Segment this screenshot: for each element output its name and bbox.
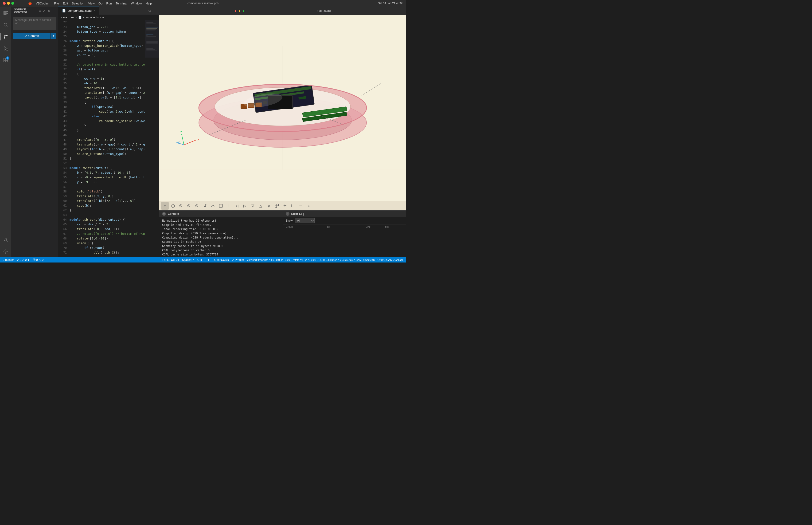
status-encoding[interactable]: UTF-8	[197, 258, 205, 261]
menu-terminal[interactable]: Terminal	[116, 2, 127, 5]
status-position[interactable]: Ln 43, Col 31	[162, 258, 179, 261]
activity-extensions[interactable]: 1	[0, 55, 11, 66]
menu-view[interactable]: View	[88, 2, 95, 5]
activity-source-control[interactable]	[0, 31, 11, 42]
status-branch[interactable]: ⑂ master	[3, 258, 14, 261]
svg-point-12	[5, 238, 6, 240]
viewer-min-btn[interactable]: ●	[239, 9, 240, 13]
error-log-toolbar: Show All Errors Warnings	[283, 217, 406, 224]
menu-apple[interactable]: 🍎	[28, 2, 32, 5]
console-line: Compiling design (CSG Tree generation)..…	[162, 231, 280, 236]
status-language[interactable]: OpenSCAD	[214, 258, 229, 261]
tool-ortho-btn[interactable]	[273, 202, 280, 210]
tool-bottom-btn[interactable]: ⊥	[225, 202, 233, 210]
console-title: Console	[168, 212, 179, 215]
status-prettier[interactable]: ✓ Prettier	[232, 258, 244, 261]
code-line	[70, 58, 144, 62]
code-line: w = square_button_width(button_type);	[70, 44, 144, 48]
tool-cross-section-btn[interactable]: ✛	[281, 202, 289, 210]
minimize-button[interactable]	[7, 2, 10, 5]
code-line: }	[70, 156, 144, 161]
breadcrumb-src[interactable]: src	[71, 16, 75, 19]
menu-selection[interactable]: Selection	[72, 2, 85, 5]
code-line: translate([x, y, 0])	[70, 194, 144, 198]
menu-run[interactable]: Run	[106, 2, 112, 5]
viewer-window-controls: ● ● ●	[234, 9, 244, 13]
source-control-list-view-btn[interactable]: ≡	[39, 9, 41, 13]
breadcrumb-filename[interactable]: components.scad	[83, 16, 105, 19]
maximize-button[interactable]	[11, 2, 14, 5]
commit-button[interactable]: ✓ Commit	[13, 33, 50, 39]
commit-dropdown-button[interactable]: ▾	[51, 33, 56, 39]
console-line: Compiling design (CSG Products generatio…	[162, 236, 280, 240]
viewer-close-btn[interactable]: ●	[234, 9, 236, 13]
svg-text:x: x	[198, 138, 199, 141]
tool-3d-btn[interactable]	[169, 202, 177, 210]
svg-point-1	[4, 38, 5, 39]
menu-edit[interactable]: Edit	[63, 2, 68, 5]
code-line: y = -9 - 5;	[70, 180, 144, 184]
tool-zoom-fit-btn[interactable]	[177, 202, 185, 210]
menu-help[interactable]: Help	[146, 2, 152, 5]
source-control-refresh-btn[interactable]: ↻	[47, 9, 51, 13]
split-editor-btn[interactable]: ⧉	[148, 8, 152, 14]
commit-message-input[interactable]	[13, 17, 56, 30]
tool-front-btn[interactable]: ▽	[249, 202, 257, 210]
viewport-3d[interactable]: x z y	[159, 15, 406, 201]
close-button[interactable]	[3, 2, 6, 5]
svg-rect-77	[277, 204, 279, 206]
tool-zoom-in-btn[interactable]	[185, 202, 193, 210]
tool-rotate-btn[interactable]: ↺	[201, 202, 209, 210]
tool-top-btn[interactable]	[217, 202, 225, 210]
svg-rect-38	[145, 20, 159, 58]
source-control-check-btn[interactable]: ✓	[42, 9, 46, 13]
tool-left-btn[interactable]: ◁	[233, 202, 241, 210]
menu-go[interactable]: Go	[98, 2, 103, 5]
tool-diagonal-btn[interactable]: ◈	[265, 202, 273, 210]
status-sync[interactable]: ⟳ 0 △ 0 ⬇	[17, 258, 30, 261]
more-actions-btn[interactable]: ···	[153, 8, 157, 14]
tab-close-btn[interactable]: ×	[93, 9, 95, 13]
activity-account[interactable]	[0, 234, 11, 245]
activity-search[interactable]	[0, 19, 11, 31]
error-log-close-btn[interactable]: ×	[286, 212, 289, 216]
status-errors[interactable]: ⓪ 0 ⚠ 0	[33, 258, 44, 262]
error-log-filter-select[interactable]: All Errors Warnings	[295, 218, 315, 223]
status-bar: ⑂ master ⟳ 0 △ 0 ⬇ ⓪ 0 ⚠ 0 Ln 43, Col 31…	[0, 257, 406, 262]
svg-point-3	[4, 35, 5, 36]
menu-file[interactable]: File	[54, 2, 59, 5]
col-file: File	[326, 225, 366, 228]
code-content[interactable]: button_gap = 7.5; button_type = button_4…	[68, 20, 145, 257]
tab-bar: 📄 components.scad × ⧉ ···	[58, 6, 159, 15]
app-layout: 1 SOURCE CONTROL ≡ ✓ ↻ ···	[0, 6, 406, 257]
tool-back-btn[interactable]: △	[257, 202, 264, 210]
tool-ruler-btn[interactable]: ⊣	[297, 202, 305, 210]
code-line: // rotate([0,180,0]) // bottom of PCB?	[70, 231, 144, 236]
status-eol[interactable]: LF	[208, 258, 212, 261]
datetime: Sat 14 Jan 21:48:08	[378, 2, 403, 5]
tool-zoom-out-btn[interactable]	[193, 202, 201, 210]
console-close-btn[interactable]: ×	[162, 212, 166, 216]
console-line: Total rendering time: 0:00:00.096	[162, 227, 280, 231]
console-line: Compiling design (CSG Products normaliza…	[162, 257, 280, 257]
status-spaces[interactable]: Spaces: 4	[182, 258, 194, 261]
tool-measure-btn[interactable]: ⊢	[289, 202, 296, 210]
menu-app-name[interactable]: VSCodium	[36, 2, 50, 5]
code-line	[70, 34, 144, 39]
code-line: cube([wc-3,wc-3,wh], center=true);	[70, 109, 144, 114]
tool-right-btn[interactable]: ▷	[241, 202, 249, 210]
activity-settings[interactable]	[0, 246, 11, 257]
code-line: if(cutout)	[70, 67, 144, 72]
activity-run-debug[interactable]	[0, 43, 11, 54]
editor-tab-components[interactable]: 📄 components.scad ×	[58, 6, 99, 15]
code-editor: 22 23 24 25 26 27 28 29 30 31 32 33 34 3…	[58, 20, 159, 257]
breadcrumb-case[interactable]: case	[61, 16, 67, 19]
menu-window[interactable]: Window	[131, 2, 142, 5]
tool-perspective-btn[interactable]	[209, 202, 217, 210]
source-control-more-btn[interactable]: ···	[52, 9, 56, 13]
tool-home-btn[interactable]: ⌂	[161, 202, 169, 210]
tool-more-btn[interactable]: »	[305, 202, 312, 210]
console-line: Geometries in cache: 96	[162, 240, 280, 244]
activity-explorer[interactable]	[0, 7, 11, 19]
viewer-max-btn[interactable]: ●	[242, 9, 244, 13]
